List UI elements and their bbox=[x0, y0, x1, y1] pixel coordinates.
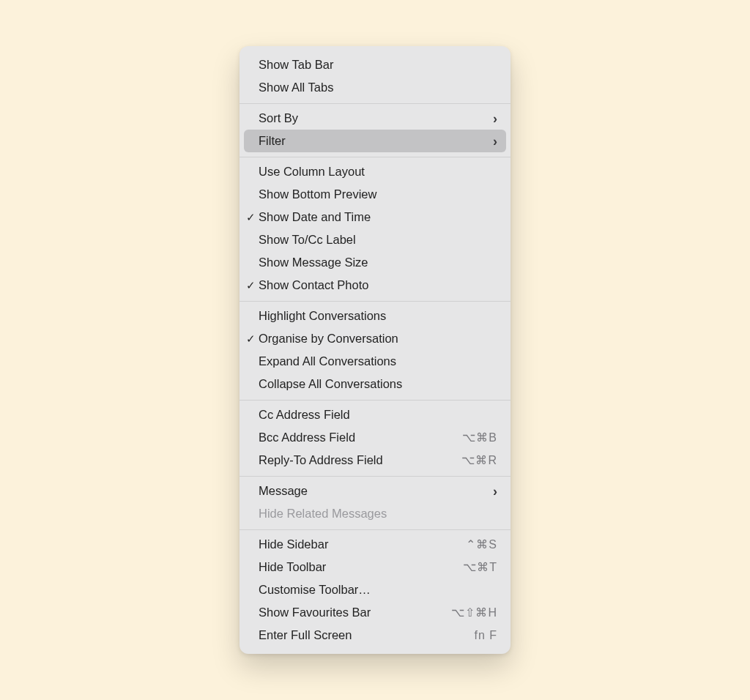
menu-group: Highlight Conversations✓Organise by Conv… bbox=[240, 301, 510, 397]
menu-item-label: Show Favourites Bar bbox=[259, 606, 451, 619]
menu-group: Show Tab BarShow All Tabs bbox=[240, 52, 510, 100]
menu-item-label: Show Contact Photo bbox=[259, 278, 497, 292]
menu-item-show-message-size[interactable]: Show Message Size bbox=[240, 251, 510, 274]
menu-item-show-to-cc-label[interactable]: Show To/Cc Label bbox=[240, 228, 510, 251]
menu-item-label: Show Bottom Preview bbox=[259, 187, 497, 201]
menu-item-shortcut: ⌥⌘T bbox=[463, 560, 497, 574]
menu-item-label: Enter Full Screen bbox=[259, 628, 474, 642]
menu-item-show-tab-bar[interactable]: Show Tab Bar bbox=[240, 53, 510, 76]
menu-item-customise-toolbar[interactable]: Customise Toolbar… bbox=[240, 578, 510, 601]
menu-item-show-favourites-bar[interactable]: Show Favourites Bar⌥⇧⌘H bbox=[240, 601, 510, 624]
menu-item-label: Customise Toolbar… bbox=[259, 583, 497, 597]
menu-item-label: Show All Tabs bbox=[259, 81, 497, 94]
checkmark-icon: ✓ bbox=[245, 279, 256, 292]
menu-group: Use Column LayoutShow Bottom Preview✓Sho… bbox=[240, 157, 510, 298]
menu-item-label: Show Tab Bar bbox=[259, 58, 497, 72]
menu-item-label: Expand All Conversations bbox=[259, 354, 497, 368]
menu-item-label: Hide Toolbar bbox=[259, 560, 463, 574]
menu-item-cc-address-field[interactable]: Cc Address Field bbox=[240, 403, 510, 426]
menu-item-label: Reply-To Address Field bbox=[259, 453, 461, 467]
menu-item-shortcut: fn F bbox=[474, 629, 497, 642]
menu-item-show-bottom-preview[interactable]: Show Bottom Preview bbox=[240, 183, 510, 206]
menu-item-label: Highlight Conversations bbox=[259, 309, 497, 323]
menu-item-label: Use Column Layout bbox=[259, 165, 497, 179]
chevron-right-icon: › bbox=[493, 112, 497, 125]
menu-item-expand-all-conversations[interactable]: Expand All Conversations bbox=[240, 350, 510, 373]
menu-item-show-date-time[interactable]: ✓Show Date and Time bbox=[240, 206, 510, 228]
menu-item-label: Bcc Address Field bbox=[259, 431, 462, 444]
menu-item-highlight-conversations[interactable]: Highlight Conversations bbox=[240, 305, 510, 327]
menu-item-label: Collapse All Conversations bbox=[259, 377, 497, 391]
menu-item-shortcut: ⌥⌘B bbox=[462, 431, 497, 444]
menu-item-label: Hide Sidebar bbox=[259, 537, 466, 551]
menu-item-message[interactable]: Message› bbox=[240, 480, 510, 502]
chevron-right-icon: › bbox=[493, 485, 497, 498]
menu-item-reply-to-address-field[interactable]: Reply-To Address Field⌥⌘R bbox=[240, 449, 510, 472]
menu-item-enter-full-screen[interactable]: Enter Full Screenfn F bbox=[240, 624, 510, 647]
menu-item-use-column-layout[interactable]: Use Column Layout bbox=[240, 160, 510, 183]
checkmark-icon: ✓ bbox=[245, 211, 256, 224]
menu-item-hide-sidebar[interactable]: Hide Sidebar⌃⌘S bbox=[240, 533, 510, 556]
menu-item-show-contact-photo[interactable]: ✓Show Contact Photo bbox=[240, 274, 510, 297]
menu-item-shortcut: ⌃⌘S bbox=[466, 537, 497, 551]
menu-group: Cc Address FieldBcc Address Field⌥⌘BRepl… bbox=[240, 400, 510, 473]
menu-item-label: Cc Address Field bbox=[259, 408, 497, 422]
chevron-right-icon: › bbox=[493, 135, 497, 148]
checkmark-icon: ✓ bbox=[245, 332, 256, 346]
menu-item-label: Show To/Cc Label bbox=[259, 233, 497, 247]
menu-item-show-all-tabs[interactable]: Show All Tabs bbox=[240, 76, 510, 99]
menu-item-label: Hide Related Messages bbox=[259, 507, 497, 521]
menu-item-organise-by-conversation[interactable]: ✓Organise by Conversation bbox=[240, 327, 510, 350]
menu-item-hide-related-messages: Hide Related Messages bbox=[240, 502, 510, 525]
menu-item-sort-by[interactable]: Sort By› bbox=[240, 107, 510, 130]
menu-item-hide-toolbar[interactable]: Hide Toolbar⌥⌘T bbox=[240, 556, 510, 578]
menu-item-filter[interactable]: Filter› bbox=[244, 130, 506, 152]
view-menu: Show Tab BarShow All TabsSort By›Filter›… bbox=[240, 46, 510, 654]
menu-group: Hide Sidebar⌃⌘SHide Toolbar⌥⌘TCustomise … bbox=[240, 529, 510, 648]
menu-item-label: Message bbox=[259, 484, 487, 498]
menu-group: Message›Hide Related Messages bbox=[240, 476, 510, 526]
menu-item-label: Show Message Size bbox=[259, 256, 497, 269]
menu-item-collapse-all-conversations[interactable]: Collapse All Conversations bbox=[240, 373, 510, 395]
menu-group: Sort By›Filter› bbox=[240, 103, 510, 154]
menu-item-shortcut: ⌥⇧⌘H bbox=[451, 606, 497, 619]
menu-item-label: Sort By bbox=[259, 111, 487, 125]
menu-item-label: Show Date and Time bbox=[259, 210, 497, 224]
menu-item-shortcut: ⌥⌘R bbox=[461, 453, 497, 467]
menu-item-bcc-address-field[interactable]: Bcc Address Field⌥⌘B bbox=[240, 426, 510, 449]
menu-item-label: Filter bbox=[259, 134, 487, 148]
menu-item-label: Organise by Conversation bbox=[259, 332, 497, 346]
